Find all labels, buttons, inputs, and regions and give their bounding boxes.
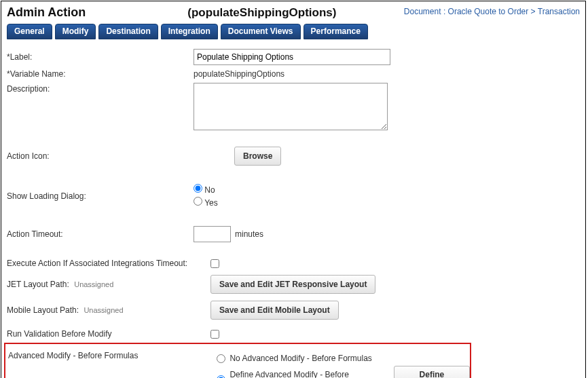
jet-layout-lbl: JET Layout Path: Unassigned [7,280,210,289]
tab-bar: General Modify Destination Integration D… [7,24,580,39]
loading-yes-label: Yes [204,198,218,208]
tab-modify[interactable]: Modify [55,24,96,39]
save-edit-jet-layout-button[interactable]: Save and Edit JET Responsive Layout [210,275,375,294]
jet-layout-label-text: JET Layout Path: [7,280,69,289]
label-lbl: *Label: [7,52,194,62]
tab-integration[interactable]: Integration [161,24,218,39]
mobile-layout-label-text: Mobile Layout Path: [7,305,79,315]
page-title: Admin Action [7,4,86,20]
action-icon-lbl: Action Icon: [7,151,194,161]
header-row: Admin Action (populateShippingOptions) D… [7,4,580,20]
page-subtitle: (populateShippingOptions) [187,6,336,20]
action-timeout-input[interactable] [194,226,231,242]
advanced-modify-section: Advanced Modify - Before Formulas No Adv… [4,343,471,378]
label-input[interactable] [194,49,390,65]
breadcrumb-link-transaction[interactable]: Transaction [538,7,580,16]
jet-layout-status: Unassigned [74,280,113,288]
description-lbl: Description: [7,83,194,94]
advanced-none-label: No Advanced Modify - Before Formulas [229,354,371,363]
mobile-layout-lbl: Mobile Layout Path: Unassigned [7,305,210,315]
exec-integrations-timeout-lbl: Execute Action If Associated Integration… [7,259,210,268]
breadcrumb-separator: > [528,7,537,16]
tab-document-views[interactable]: Document Views [221,24,301,39]
breadcrumb-link-quote-to-order[interactable]: Oracle Quote to Order [448,7,529,16]
run-validation-lbl: Run Validation Before Modify [7,329,210,339]
variable-name-value: populateShippingOptions [194,69,284,79]
advanced-define-label: Define Advanced Modify - Before Formulas [229,370,384,378]
show-loading-lbl: Show Loading Dialog: [7,191,194,201]
save-edit-mobile-layout-button[interactable]: Save and Edit Mobile Layout [210,301,339,320]
advanced-define-radio[interactable] [217,375,225,379]
tab-performance[interactable]: Performance [304,24,368,39]
browse-button[interactable]: Browse [234,147,281,166]
mobile-layout-status: Unassigned [84,306,123,314]
loading-no-label: No [204,185,215,195]
run-validation-checkbox[interactable] [210,330,219,339]
exec-integrations-timeout-checkbox[interactable] [210,259,219,268]
breadcrumb-prefix: Document : [404,7,448,16]
tab-general[interactable]: General [7,24,52,39]
description-textarea[interactable] [194,83,388,130]
breadcrumb: Document : Oracle Quote to Order > Trans… [404,7,580,16]
define-function-button[interactable]: Define Function [394,366,470,378]
loading-yes-radio[interactable] [194,197,202,206]
tab-destination[interactable]: Destination [98,24,158,39]
loading-no-radio[interactable] [194,184,202,193]
variable-name-lbl: *Variable Name: [7,69,194,79]
action-timeout-lbl: Action Timeout: [7,229,194,239]
advanced-none-radio[interactable] [217,354,225,363]
timeout-units: minutes [235,229,263,239]
advanced-modify-lbl: Advanced Modify - Before Formulas [5,351,217,360]
